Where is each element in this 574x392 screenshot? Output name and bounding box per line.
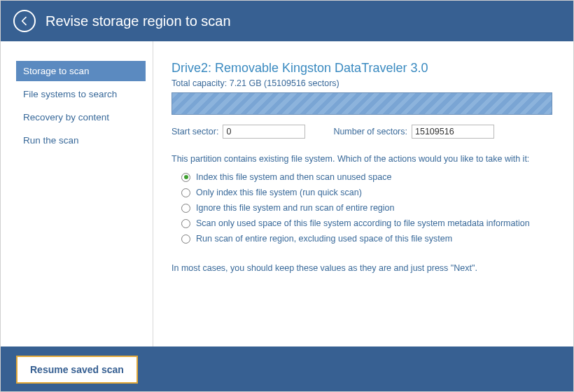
option-only-index[interactable]: Only index this file system (run quick s…: [181, 188, 552, 197]
radio-icon: [181, 204, 190, 213]
storage-region-bar[interactable]: [172, 92, 552, 115]
start-sector-input[interactable]: [223, 125, 305, 139]
page-title: Revise storage region to scan: [46, 13, 231, 29]
drive-title: Drive2: Removable Kingston DataTraveler …: [172, 61, 552, 76]
back-button[interactable]: [13, 10, 36, 32]
option-index-then-scan[interactable]: Index this file system and then scan unu…: [181, 172, 552, 182]
option-exclude-used[interactable]: Run scan of entire region, excluding use…: [181, 234, 552, 244]
option-label: Run scan of entire region, excluding use…: [196, 234, 452, 244]
start-sector-label: Start sector:: [172, 127, 218, 136]
question-text: This partition contains existing file sy…: [172, 154, 552, 164]
footer: Resume saved scan: [1, 346, 573, 392]
option-label: Only index this file system (run quick s…: [196, 188, 362, 197]
sidebar: Storage to scan File systems to search R…: [1, 41, 153, 346]
option-label: Index this file system and then scan unu…: [196, 172, 391, 182]
radio-icon: [181, 219, 190, 228]
main-panel: Drive2: Removable Kingston DataTraveler …: [153, 41, 573, 346]
num-sectors-label: Number of sectors:: [333, 127, 407, 136]
sidebar-item-storage-to-scan[interactable]: Storage to scan: [16, 61, 146, 81]
header: Revise storage region to scan: [1, 1, 573, 41]
option-label: Scan only used space of this file system…: [196, 218, 530, 228]
num-sectors-input[interactable]: [412, 125, 494, 139]
sidebar-item-recovery-by-content[interactable]: Recovery by content: [16, 107, 146, 127]
scan-options: Index this file system and then scan unu…: [181, 172, 552, 244]
radio-icon: [181, 173, 190, 182]
capacity-text: Total capacity: 7.21 GB (15109516 sector…: [172, 78, 552, 88]
option-ignore-scan-entire[interactable]: Ignore this file system and run scan of …: [181, 203, 552, 213]
radio-icon: [181, 188, 190, 197]
resume-saved-scan-button[interactable]: Resume saved scan: [16, 356, 138, 384]
option-scan-used-only[interactable]: Scan only used space of this file system…: [181, 218, 552, 228]
hint-text: In most cases, you should keep these val…: [172, 263, 552, 273]
radio-icon: [181, 234, 190, 244]
sidebar-item-file-systems[interactable]: File systems to search: [16, 84, 146, 104]
option-label: Ignore this file system and run scan of …: [196, 203, 394, 213]
sidebar-item-run-the-scan[interactable]: Run the scan: [16, 130, 146, 150]
arrow-left-icon: [19, 15, 30, 27]
